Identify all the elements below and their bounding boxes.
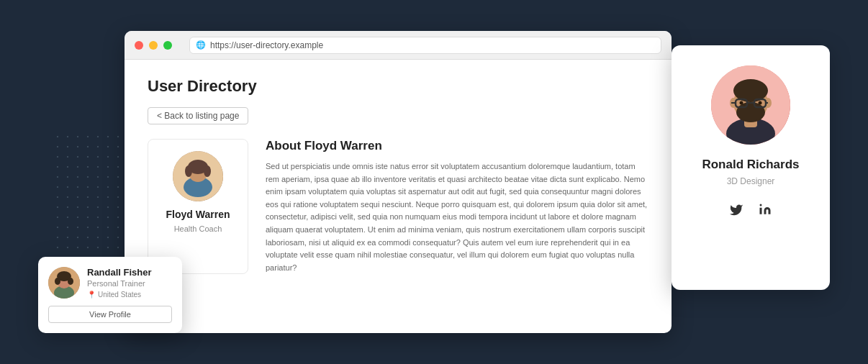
browser-profile-role: Health Coach — [157, 224, 239, 233]
svg-point-27 — [68, 278, 73, 285]
svg-point-20 — [759, 101, 762, 105]
svg-point-13 — [736, 102, 765, 122]
profile-card-browser: Floyd Warren Health Coach — [148, 139, 248, 274]
ronald-avatar-svg — [711, 65, 790, 145]
profile-card-randall: Randall Fisher Personal Trainer 📍 United… — [38, 257, 182, 333]
ronald-avatar-placeholder — [711, 65, 790, 145]
randall-avatar-placeholder — [48, 267, 80, 299]
randall-location-text: United States — [98, 291, 141, 299]
scene: 🌐 https://user-directory.example User Di… — [38, 17, 830, 347]
traffic-light-green[interactable] — [163, 41, 172, 50]
main-layout: Floyd Warren Health Coach About Floyd Wa… — [148, 139, 648, 274]
profile-card-ronald: Ronald Richards 3D Designer — [672, 45, 830, 290]
svg-point-4 — [185, 165, 192, 177]
ronald-avatar — [711, 65, 790, 145]
svg-point-26 — [55, 278, 60, 285]
randall-role: Personal Trainer — [87, 279, 172, 288]
about-section: About Floyd Warren Sed ut perspiciatis u… — [266, 139, 648, 274]
address-text: https://user-directory.example — [210, 40, 323, 50]
about-title: About Floyd Warren — [266, 139, 648, 153]
ronald-role: 3D Designer — [727, 176, 775, 186]
ronald-name: Ronald Richards — [702, 158, 799, 172]
browser-content: User Directory < Back to listing page — [125, 60, 672, 333]
randall-avatar — [48, 267, 80, 299]
view-profile-button[interactable]: View Profile — [48, 306, 172, 323]
browser-window: 🌐 https://user-directory.example User Di… — [125, 31, 672, 333]
traffic-light-red[interactable] — [135, 41, 143, 50]
browser-titlebar: 🌐 https://user-directory.example — [125, 31, 672, 60]
browser-profile-avatar — [173, 151, 223, 201]
about-text: Sed ut perspiciatis unde omnis iste natu… — [266, 160, 648, 274]
address-bar: 🌐 https://user-directory.example — [189, 37, 661, 54]
randall-info: Randall Fisher Personal Trainer 📍 United… — [87, 267, 172, 299]
svg-point-21 — [760, 204, 762, 206]
additional-section: rmation — [148, 286, 648, 297]
page-title: User Directory — [148, 77, 648, 96]
linkedin-icon[interactable] — [755, 199, 775, 219]
svg-point-19 — [740, 101, 743, 105]
randall-name: Randall Fisher — [87, 267, 172, 278]
back-button[interactable]: < Back to listing page — [148, 107, 248, 124]
browser-profile-name: Floyd Warren — [157, 209, 239, 220]
location-icon: 📍 — [87, 291, 96, 299]
social-icons — [726, 199, 775, 219]
traffic-light-yellow[interactable] — [149, 41, 158, 50]
globe-icon: 🌐 — [196, 40, 206, 50]
randall-avatar-svg — [48, 267, 80, 299]
browser-avatar-svg — [173, 151, 223, 201]
randall-top-row: Randall Fisher Personal Trainer 📍 United… — [48, 267, 172, 299]
twitter-icon[interactable] — [726, 199, 746, 219]
randall-location: 📍 United States — [87, 291, 172, 299]
svg-point-5 — [204, 165, 211, 177]
browser-avatar-placeholder — [173, 151, 223, 201]
